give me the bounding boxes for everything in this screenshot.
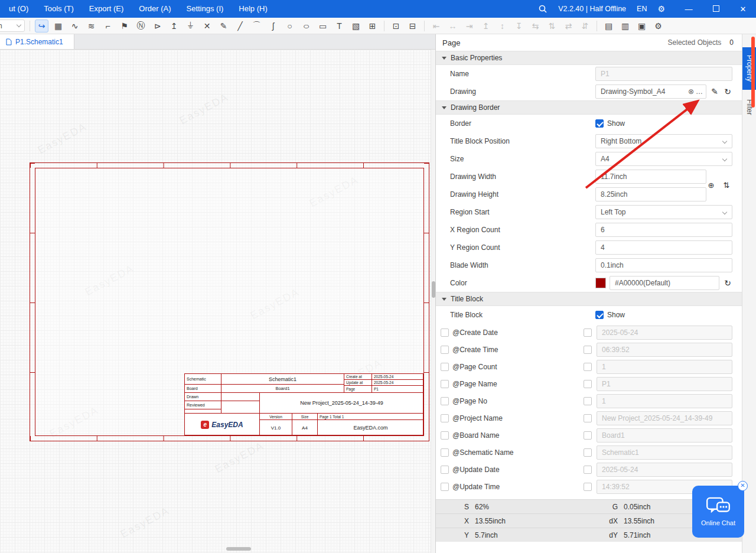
field-value-input[interactable] (597, 360, 732, 374)
field-label-checkbox[interactable] (441, 431, 449, 440)
field-value-input[interactable] (597, 445, 732, 460)
field-value-input[interactable] (597, 411, 732, 425)
sheet-pin-icon[interactable]: ⊟ (406, 19, 419, 32)
page-stack-icon[interactable]: ▣ (635, 19, 649, 32)
field-label-checkbox[interactable] (441, 466, 449, 474)
scrollbar-thumb[interactable] (226, 547, 251, 551)
edit-drawing-icon[interactable]: ✎ (710, 87, 719, 96)
section-basic-properties[interactable]: Basic Properties (436, 51, 742, 65)
online-chat-widget[interactable]: Online Chat ✕ (692, 486, 744, 538)
align-top-icon[interactable]: ↥ (479, 19, 493, 32)
ellipse-icon[interactable]: ○ (297, 19, 315, 32)
route-tool-icon[interactable]: ↪ (35, 19, 48, 32)
field-value-checkbox[interactable] (584, 363, 592, 371)
x-region-count-input[interactable] (595, 223, 732, 237)
menu-export[interactable]: Export (E) (82, 0, 132, 18)
net-label-icon[interactable]: Ⓝ (134, 19, 148, 32)
schematic-canvas[interactable]: EasyEDA EasyEDA EasyEDA EasyEDA EasyEDA … (0, 50, 435, 553)
distribute-h-icon[interactable]: ⇆ (529, 19, 542, 32)
chat-close-button[interactable]: ✕ (738, 481, 748, 491)
align-center-h-icon[interactable]: ↔ (446, 19, 460, 32)
fit-size-icon[interactable]: ⊕ (706, 181, 716, 190)
field-label-checkbox[interactable] (441, 448, 449, 457)
menu-help[interactable]: Help (H) (231, 0, 275, 18)
drawing-height-input[interactable] (595, 187, 706, 201)
align-left-icon[interactable]: ⇤ (429, 19, 443, 32)
title-block-show-checkbox[interactable] (595, 311, 604, 319)
gnd-flag-icon[interactable]: ⏚ (184, 19, 197, 32)
title-block-position-select[interactable]: Right Bottom (595, 134, 732, 148)
field-value-input[interactable] (597, 343, 732, 357)
close-button[interactable]: ✕ (738, 5, 748, 14)
field-value-checkbox[interactable] (584, 466, 592, 474)
panel-scrollbar-thumb[interactable] (751, 37, 755, 108)
language-switch[interactable]: EN (637, 5, 647, 13)
field-label-checkbox[interactable] (441, 380, 449, 388)
grid-unit-dropdown[interactable]: ch (0, 19, 25, 32)
field-value-input[interactable] (597, 463, 732, 477)
bus-entry-icon[interactable]: ⌐ (101, 19, 115, 32)
field-value-checkbox[interactable] (584, 397, 592, 405)
color-input[interactable] (610, 276, 719, 290)
field-value-input[interactable] (597, 326, 732, 340)
rect-icon[interactable]: ▭ (316, 19, 330, 32)
blade-width-input[interactable] (595, 258, 732, 272)
field-value-checkbox[interactable] (584, 380, 592, 388)
distribute-v-icon[interactable]: ⇅ (545, 19, 559, 32)
field-value-checkbox[interactable] (584, 431, 592, 440)
drawing-input[interactable] (601, 87, 686, 96)
maximize-button[interactable] (711, 5, 721, 14)
drawing-width-input[interactable] (595, 170, 706, 184)
circle-icon[interactable]: ○ (283, 19, 296, 32)
arc-icon[interactable]: ⌒ (250, 19, 263, 32)
y-region-count-input[interactable] (595, 240, 732, 255)
reset-color-icon[interactable]: ↻ (723, 278, 732, 288)
menu-order[interactable]: Order (A) (131, 0, 178, 18)
no-connect-icon[interactable]: ✕ (200, 19, 214, 32)
new-page-icon[interactable]: ▤ (602, 19, 615, 32)
minimize-button[interactable]: — (684, 5, 693, 14)
drawing-border[interactable]: Schematic Schematic1 Create at 2025-05-2… (30, 162, 429, 441)
clear-drawing-icon[interactable]: ⊗ (688, 88, 694, 95)
field-value-checkbox[interactable] (584, 346, 592, 354)
canvas-horizontal-scrollbar[interactable] (0, 546, 435, 552)
canvas-settings-icon[interactable]: ⚙ (651, 19, 665, 32)
section-drawing-border[interactable]: Drawing Border (436, 100, 742, 115)
flip-v-icon[interactable]: ⇵ (578, 19, 592, 32)
tab-schematic1[interactable]: P1.Schematic1 (0, 34, 74, 49)
menu-tools[interactable]: Tools (T) (36, 0, 82, 18)
flip-h-icon[interactable]: ⇄ (562, 19, 575, 32)
menu-layout[interactable]: ut (O) (1, 0, 36, 18)
field-value-input[interactable] (597, 428, 732, 443)
vcc-flag-icon[interactable]: ↥ (167, 19, 181, 32)
field-value-checkbox[interactable] (584, 328, 592, 337)
size-select[interactable]: A4 (595, 152, 732, 166)
section-title-block[interactable]: Title Block (436, 292, 742, 306)
text-icon[interactable]: T (333, 19, 346, 32)
search-icon[interactable] (538, 4, 548, 14)
net-port-icon[interactable]: ⊳ (151, 19, 164, 32)
align-middle-icon[interactable]: ↕ (496, 19, 509, 32)
field-value-checkbox[interactable] (584, 483, 592, 491)
field-value-input[interactable] (597, 377, 732, 391)
field-label-checkbox[interactable] (441, 414, 449, 422)
field-value-checkbox[interactable] (584, 414, 592, 422)
align-right-icon[interactable]: ⇥ (462, 19, 476, 32)
region-start-select[interactable]: Left Top (595, 205, 732, 219)
line-icon[interactable]: ╱ (233, 19, 247, 32)
refresh-drawing-icon[interactable]: ↻ (723, 87, 732, 96)
field-value-checkbox[interactable] (584, 448, 592, 457)
title-block[interactable]: Schematic Schematic1 Create at 2025-05-2… (184, 373, 423, 435)
align-bottom-icon[interactable]: ↧ (512, 19, 526, 32)
menu-settings[interactable]: Settings (I) (178, 0, 231, 18)
probe-icon[interactable]: ✎ (217, 19, 230, 32)
field-label-checkbox[interactable] (441, 483, 449, 491)
place-symbol-icon[interactable]: ▦ (51, 19, 65, 32)
color-swatch[interactable] (595, 278, 606, 288)
name-input[interactable] (595, 67, 732, 81)
bus-icon[interactable]: ≋ (84, 19, 98, 32)
page-template-icon[interactable]: ▥ (618, 19, 632, 32)
table-icon[interactable]: ⊞ (366, 19, 379, 32)
more-options-icon[interactable]: … (696, 88, 703, 95)
bezier-icon[interactable]: ʃ (266, 19, 280, 32)
